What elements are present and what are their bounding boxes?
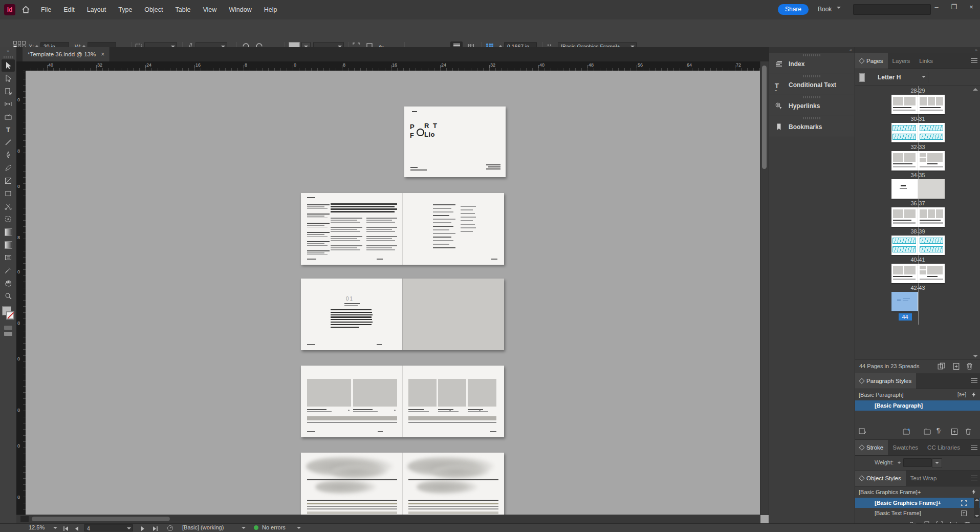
new-style-group-folder-icon[interactable] xyxy=(923,428,932,437)
preflight-dropdown-icon[interactable] xyxy=(242,527,246,531)
first-page-button[interactable] xyxy=(63,526,69,532)
panel-menu-icon[interactable] xyxy=(971,58,977,63)
expand-dock-icon[interactable]: » xyxy=(855,47,980,53)
hand-tool-icon[interactable] xyxy=(2,277,15,289)
spread-chapter-opener[interactable]: 01 xyxy=(301,279,504,350)
dock-panel-bookmarks[interactable]: Bookmarks xyxy=(769,116,855,137)
menu-edit[interactable]: Edit xyxy=(63,6,75,13)
frame-tool-icon[interactable] xyxy=(2,175,15,187)
object-style-row[interactable]: [Basic Graphics Frame]+ xyxy=(855,498,980,508)
delete-style-trash-icon[interactable] xyxy=(964,428,973,437)
tab-object-styles[interactable]: Object Styles xyxy=(855,471,906,486)
spread-thumbnail[interactable] xyxy=(891,95,945,114)
menu-table[interactable]: Table xyxy=(175,6,190,13)
spread-thumbnail[interactable] xyxy=(891,207,945,227)
collapse-toolbar-icon[interactable]: » xyxy=(0,47,16,54)
type-tool-icon[interactable]: T xyxy=(2,123,15,136)
spread-thumbnail[interactable] xyxy=(891,236,945,255)
home-icon[interactable] xyxy=(21,5,30,16)
page-tool-icon[interactable] xyxy=(2,85,15,97)
spread-image-grid[interactable] xyxy=(301,366,504,437)
horizontal-scrollbar[interactable] xyxy=(16,515,760,523)
rectangle-tool-icon[interactable] xyxy=(2,187,15,200)
menu-help[interactable]: Help xyxy=(264,6,277,13)
spread-thumbnail[interactable] xyxy=(891,123,945,142)
scissors-tool-icon[interactable] xyxy=(2,200,15,212)
vertical-scrollbar[interactable] xyxy=(760,61,769,515)
apply-color-button[interactable] xyxy=(4,326,12,330)
fill-stroke-swatches[interactable] xyxy=(2,306,15,324)
gap-tool-icon[interactable] xyxy=(2,98,15,110)
clear-overrides-icon[interactable]: ¶⁄ xyxy=(937,427,946,436)
tab-cc-libraries[interactable]: CC Libraries xyxy=(923,440,965,455)
panel-menu-icon[interactable] xyxy=(971,445,977,450)
menu-window[interactable]: Window xyxy=(229,6,251,13)
tab-swatches[interactable]: Swatches xyxy=(888,440,923,455)
tab-layers[interactable]: Layers xyxy=(888,53,915,69)
content-collector-tool-icon[interactable] xyxy=(2,111,15,123)
page-transitions-icon[interactable] xyxy=(937,362,946,371)
scroll-down-icon[interactable] xyxy=(973,355,978,357)
error-status-label[interactable]: No errors xyxy=(262,524,286,530)
new-page-icon[interactable] xyxy=(952,362,961,371)
cover-page[interactable]: P R T F Lio xyxy=(404,107,506,177)
menu-view[interactable]: View xyxy=(203,6,216,13)
menu-file[interactable]: File xyxy=(41,6,51,13)
menu-layout[interactable]: Layout xyxy=(87,6,106,13)
tab-text-wrap[interactable]: Text Wrap xyxy=(906,471,942,486)
dock-panel-index[interactable]: Index xyxy=(769,53,855,74)
page-number-field[interactable]: 4 xyxy=(84,524,133,531)
dock-panel-conditional-text[interactable]: T~Conditional Text xyxy=(769,74,855,95)
pasteboard[interactable]: P R T F Lio 01 xyxy=(26,71,760,515)
cc-library-folder-icon[interactable] xyxy=(902,428,911,437)
workspace-switcher[interactable]: Book xyxy=(818,6,841,13)
spread-thumbnail[interactable] xyxy=(891,151,945,171)
horizontal-scrollbar-thumb[interactable] xyxy=(32,517,170,521)
paragraph-style-row-selected[interactable]: [Basic Paragraph] xyxy=(855,400,980,411)
gradient-tool-icon[interactable] xyxy=(2,226,15,238)
create-new-style-icon[interactable] xyxy=(950,428,960,437)
search-input[interactable] xyxy=(853,4,931,15)
direct-selection-tool-icon[interactable] xyxy=(2,72,15,84)
preflight-profile-label[interactable]: [Basic] (working) xyxy=(182,524,224,530)
previous-page-button[interactable] xyxy=(75,526,78,532)
style-override-icon[interactable] xyxy=(858,428,867,437)
close-button[interactable]: × xyxy=(963,0,980,15)
last-page-button[interactable] xyxy=(153,526,158,532)
selection-tool-icon[interactable] xyxy=(2,59,15,72)
horizontal-ruler[interactable]: 403224168081624324048566472 xyxy=(26,61,760,71)
stroke-color-swatch[interactable] xyxy=(6,311,14,320)
scroll-up-icon[interactable] xyxy=(973,88,978,91)
view-mode-button[interactable] xyxy=(4,332,12,336)
tab-links[interactable]: Links xyxy=(914,53,938,69)
spread-thumbnail[interactable] xyxy=(891,264,945,283)
share-button[interactable]: Share xyxy=(778,4,809,15)
panel-menu-icon[interactable] xyxy=(971,476,977,480)
menu-object[interactable]: Object xyxy=(144,6,163,13)
toolbar-grip[interactable] xyxy=(4,56,13,58)
weight-dropdown-button[interactable] xyxy=(932,458,942,468)
selected-page-badge[interactable]: 44 xyxy=(899,313,912,321)
zoom-dropdown-icon[interactable] xyxy=(53,527,57,531)
weight-field[interactable] xyxy=(903,458,932,467)
master-page-row[interactable]: Letter H xyxy=(855,69,980,86)
zoom-level-value[interactable]: 12.5% xyxy=(29,524,45,530)
free-transform-tool-icon[interactable] xyxy=(2,213,15,225)
delete-page-trash-icon[interactable] xyxy=(965,362,974,371)
errors-dropdown-icon[interactable] xyxy=(297,527,301,531)
document-tab[interactable]: *Template 36.indd @ 13% × xyxy=(23,47,110,61)
tab-pages[interactable]: Pages xyxy=(855,53,888,69)
preflight-gauge-icon[interactable] xyxy=(167,525,173,532)
next-page-button[interactable] xyxy=(141,526,145,532)
restore-button[interactable]: ❐ xyxy=(945,0,963,15)
weight-stepper[interactable] xyxy=(896,458,902,467)
tab-stroke[interactable]: Stroke xyxy=(855,440,888,455)
spread-artwork[interactable] xyxy=(301,453,504,515)
vertical-ruler[interactable]: 0808080808 xyxy=(16,71,26,515)
spread-thumbnail[interactable] xyxy=(891,179,945,199)
eyedropper-tool-icon[interactable] xyxy=(2,264,15,276)
menu-type[interactable]: Type xyxy=(118,6,132,13)
line-tool-icon[interactable] xyxy=(2,136,15,148)
object-style-row[interactable]: [Basic Text Frame] xyxy=(855,508,980,518)
collapse-dock-icon[interactable]: « xyxy=(769,47,855,53)
